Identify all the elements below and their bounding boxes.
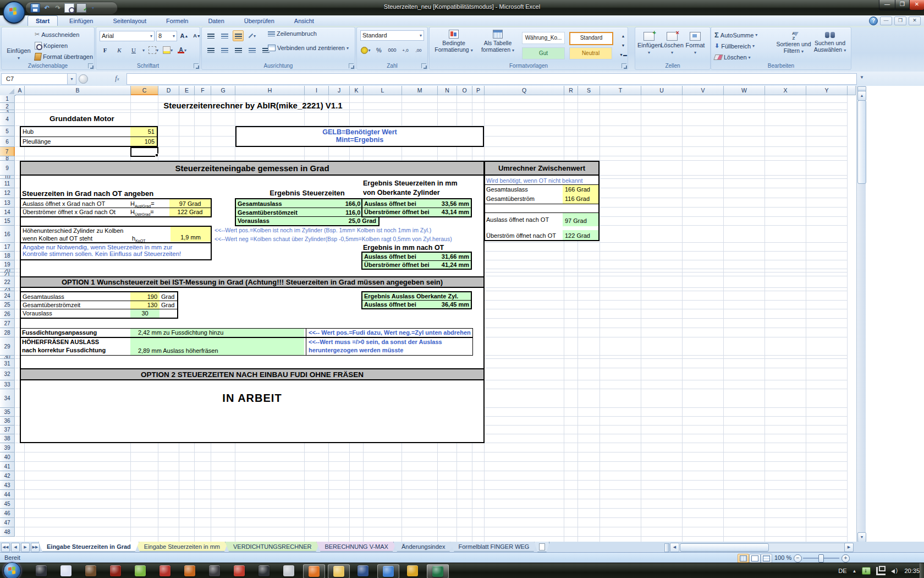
clear-button[interactable]: Löschen▾ — [714, 54, 751, 61]
delete-cells-button[interactable]: Löschen▾ — [661, 32, 684, 55]
font-family-select[interactable]: Arial▾ — [100, 31, 155, 41]
workbook-minimize-button[interactable]: — — [880, 17, 892, 25]
scroll-up-icon[interactable]: ▲ — [857, 91, 866, 101]
umrechner-value-cell[interactable]: 122 Grad — [563, 230, 598, 240]
zoom-out-icon[interactable]: − — [794, 554, 802, 563]
hidden-icons-arrow[interactable]: ▲ — [853, 569, 857, 574]
name-box[interactable]: C7 — [1, 73, 72, 85]
teamspeak-icon[interactable] — [179, 564, 200, 577]
prev-sheet-icon[interactable]: ◀ — [11, 543, 20, 552]
normal-view-icon[interactable] — [738, 554, 749, 563]
excel-icon[interactable] — [427, 564, 449, 578]
italic-button[interactable]: K — [114, 45, 125, 56]
paste-button[interactable]: Einfügen ▾ — [5, 30, 32, 61]
ribbon-tab-einfügen[interactable]: Einfügen — [61, 15, 101, 26]
fraese-value-cell[interactable]: 2,89 mm Auslass höherfräsen — [130, 338, 304, 355]
pidgin-icon[interactable] — [56, 564, 76, 577]
number-dialog-launcher-icon[interactable] — [421, 63, 426, 68]
steam-icon[interactable] — [31, 564, 52, 577]
clock[interactable]: 20:35 — [904, 568, 920, 574]
conditional-formatting-button[interactable]: Bedingte Formatierung ▾ — [433, 30, 475, 53]
alignment-dialog-launcher-icon[interactable] — [349, 63, 354, 68]
workbook-close-button[interactable]: ✕ — [909, 17, 921, 25]
umrechner-value-cell[interactable]: 166 Grad — [563, 185, 598, 194]
team-fortress-icon[interactable] — [80, 564, 101, 577]
ribbon-tab-ansicht[interactable]: Ansicht — [286, 15, 322, 26]
sheet-tab-eingabe-steuerzeiten-in-grad[interactable]: Eingabe Steuerzeiten in Grad — [38, 542, 139, 552]
ribbon-tab-formeln[interactable]: Formeln — [158, 15, 196, 26]
ribbon-tab-start[interactable]: Start — [28, 15, 58, 26]
formula-input[interactable] — [127, 73, 857, 85]
styles-dialog-launcher-icon[interactable] — [622, 63, 626, 68]
winamp-icon[interactable] — [402, 564, 423, 577]
striped-red-icon[interactable] — [229, 564, 250, 577]
minimize-button[interactable]: — — [879, 0, 895, 10]
firefox-icon[interactable] — [303, 564, 325, 578]
style-chip[interactable]: Neutral — [569, 47, 612, 59]
bold-button[interactable]: F — [100, 45, 111, 56]
opt1-value-cell[interactable]: 130 — [130, 301, 160, 309]
start-button[interactable] — [3, 562, 21, 578]
ribbon-tab-überprüfen[interactable]: Überprüfen — [236, 15, 283, 26]
currency-icon[interactable]: ▾ — [360, 45, 371, 56]
merge-center-button[interactable]: Verbinden und zentrieren ▾ — [268, 45, 349, 51]
gallery-down-icon[interactable]: ▼ — [618, 41, 629, 50]
align-middle-icon[interactable] — [219, 30, 230, 41]
game-dark-icon[interactable] — [204, 564, 225, 577]
network-tray-icon[interactable] — [876, 567, 886, 575]
clipboard-dialog-launcher-icon[interactable] — [88, 63, 93, 68]
mm-value-cell[interactable]: 43,14 mm — [431, 208, 471, 216]
font-dialog-launcher-icon[interactable] — [194, 63, 199, 68]
orientation-icon[interactable]: ▾ — [246, 30, 257, 41]
page-break-view-icon[interactable] — [761, 554, 772, 563]
sort-filter-button[interactable]: AZ Sortieren und Filtern ▾ — [776, 31, 811, 54]
zoom-slider-thumb[interactable] — [818, 554, 824, 563]
sims-icon[interactable] — [130, 564, 151, 577]
close-button[interactable]: ✕ — [909, 0, 924, 10]
restore-button[interactable]: ❐ — [895, 0, 910, 10]
ueberstroemer-grad-value-cell[interactable]: 122 Grad — [169, 208, 211, 216]
underline-button[interactable]: U — [128, 45, 139, 56]
game-red-icon[interactable] — [105, 564, 126, 577]
scroll-right-icon[interactable]: ▶ — [844, 543, 854, 552]
horizontal-scroll-thumb[interactable] — [680, 543, 769, 552]
pleullaenge-value-cell[interactable]: 105 — [130, 137, 157, 146]
style-chip[interactable]: Standard — [569, 32, 613, 45]
vertical-scrollbar[interactable]: ▲ ▼ — [856, 86, 866, 542]
folder-icon[interactable] — [328, 564, 350, 578]
opt1-result-value-cell[interactable]: 36,45 mm — [431, 301, 471, 308]
increase-decimal-icon[interactable]: +,0 — [400, 45, 411, 56]
media-blue-icon[interactable] — [353, 564, 373, 577]
gallery-more-icon[interactable]: ▼▬ — [618, 51, 629, 59]
format-as-table-button[interactable]: Als Tabelle formatieren ▾ — [477, 30, 519, 53]
decrease-indent-icon[interactable] — [246, 45, 257, 56]
mm-value-cell[interactable]: 33,56 mm — [431, 199, 471, 208]
horizontal-split-handle[interactable] — [664, 543, 669, 552]
style-chip[interactable]: Währung_Ko... — [522, 32, 565, 44]
underline-dropdown-icon[interactable]: ▾ — [142, 48, 145, 53]
autosum-button[interactable]: Σ AutoSumme▾ — [714, 31, 757, 39]
hub-value-cell[interactable]: 51 — [130, 127, 157, 137]
gallery-up-icon[interactable]: ▲ — [618, 32, 629, 40]
align-bottom-icon[interactable] — [233, 30, 244, 41]
umrechner-value-cell[interactable]: 97 Grad — [563, 213, 598, 226]
style-chip[interactable]: Gut — [522, 47, 565, 59]
insert-cells-button[interactable]: Einfügen▾ — [637, 32, 661, 55]
show-desktop-button[interactable] — [920, 563, 924, 578]
number-format-select[interactable]: Standard▾ — [360, 30, 424, 41]
emulator-icon[interactable] — [278, 564, 299, 577]
wrap-text-button[interactable]: Zeilenumbruch — [268, 30, 317, 37]
align-top-icon[interactable] — [205, 30, 216, 41]
horizontal-scrollbar[interactable]: ◀ ▶ — [670, 543, 854, 551]
sheet-tab-berechnung-v-max[interactable]: BERECHNUNG V-MAX — [316, 542, 397, 552]
scroll-left-icon[interactable]: ◀ — [670, 543, 679, 552]
expand-formula-bar-icon[interactable]: ▼ — [858, 75, 866, 83]
opt1-value-cell[interactable]: 30 — [130, 309, 160, 318]
insert-function-icon[interactable]: fx — [110, 73, 124, 84]
align-left-icon[interactable] — [205, 45, 216, 56]
erg-value-cell[interactable]: 25,0 Grad — [328, 217, 378, 225]
last-sheet-icon[interactable]: ▶▶ — [31, 543, 40, 552]
paste-dropdown-icon[interactable]: ▾ — [18, 56, 20, 61]
font-color-button[interactable]: A▾ — [177, 45, 188, 56]
cut-button[interactable]: ✂ Ausschneiden — [35, 31, 79, 38]
